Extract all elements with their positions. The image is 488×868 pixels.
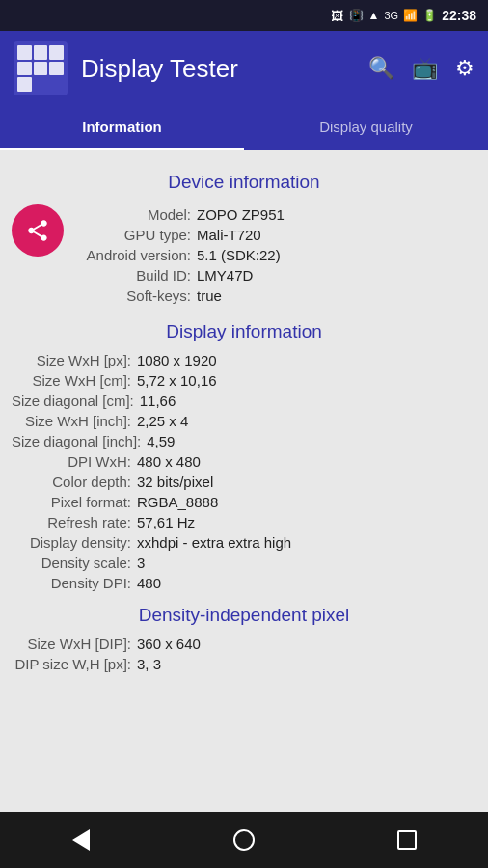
app-bar-icons: 🔍 📺 ⚙	[368, 56, 474, 81]
display-info-table: Size WxH [px]: 1080 x 1920 Size WxH [cm]…	[0, 350, 488, 593]
info-row-size-cm: Size WxH [cm]: 5,72 x 10,16	[12, 370, 476, 391]
tab-display-quality[interactable]: Display quality	[244, 106, 488, 150]
recents-button[interactable]	[383, 816, 431, 864]
share-button[interactable]	[12, 204, 64, 257]
info-row-diag-inch: Size diagonal [inch]: 4,59	[12, 431, 476, 451]
app-logo	[14, 41, 68, 95]
tabs: Information Display quality	[0, 106, 488, 150]
info-row-gpu: GPU type: Mali-T720	[71, 225, 476, 245]
info-row-dip-px: DIP size W,H [px]: 3, 3	[12, 654, 476, 674]
info-row-build: Build ID: LMY47D	[71, 265, 476, 285]
info-row-softkeys: Soft-keys: true	[71, 285, 476, 306]
signal-icon: 📶	[403, 9, 418, 22]
device-info-section: Model: ZOPO ZP951 GPU type: Mali-T720 An…	[0, 201, 488, 310]
info-row-density: Display density: xxhdpi - extra extra hi…	[12, 532, 476, 553]
logo-cell	[34, 77, 48, 92]
status-icon-image: 🖼	[331, 9, 343, 23]
info-row-dip-size: Size WxH [DIP]: 360 x 640	[12, 634, 476, 654]
device-info-title: Device information	[0, 172, 488, 193]
network-icon: 3G	[385, 10, 399, 21]
cast-icon[interactable]: 📺	[412, 56, 438, 81]
vibrate-icon: 📳	[349, 9, 364, 22]
tab-information[interactable]: Information	[0, 106, 244, 150]
info-row-density-dpi: Density DPI: 480	[12, 573, 476, 593]
bottom-nav	[0, 812, 488, 868]
info-row-color-depth: Color depth: 32 bits/pixel	[12, 472, 476, 492]
logo-cell	[34, 62, 48, 76]
info-row-pixel-format: Pixel format: RGBA_8888	[12, 492, 476, 512]
logo-cell	[49, 77, 64, 92]
info-row-android: Android version: 5.1 (SDK:22)	[71, 245, 476, 265]
dip-info-table: Size WxH [DIP]: 360 x 640 DIP size W,H […	[0, 634, 488, 674]
logo-cell	[17, 45, 32, 60]
search-icon[interactable]: 🔍	[368, 56, 394, 81]
app-bar: Display Tester 🔍 📺 ⚙	[0, 31, 488, 106]
logo-cell	[49, 45, 64, 60]
app-title: Display Tester	[81, 54, 355, 84]
device-info-table: Model: ZOPO ZP951 GPU type: Mali-T720 An…	[71, 204, 476, 306]
status-time: 22:38	[442, 8, 476, 23]
dip-info-title: Density-independent pixel	[0, 605, 488, 626]
content-area: Device information Model: ZOPO ZP951 GPU…	[0, 150, 488, 812]
back-button[interactable]	[57, 816, 105, 864]
home-icon	[233, 829, 255, 851]
info-row-refresh: Refresh rate: 57,61 Hz	[12, 512, 476, 532]
info-row-dpi: DPI WxH: 480 x 480	[12, 451, 476, 472]
logo-cell	[17, 62, 32, 76]
battery-icon: 🔋	[422, 9, 437, 22]
info-row-size-px: Size WxH [px]: 1080 x 1920	[12, 350, 476, 370]
status-bar: 🖼 📳 ▲ 3G 📶 🔋 22:38	[0, 0, 488, 31]
back-icon	[72, 829, 90, 851]
status-icons: 📳 ▲ 3G 📶 🔋 22:38	[349, 8, 476, 23]
wifi-icon: ▲	[368, 9, 380, 22]
recents-icon	[397, 830, 417, 850]
display-info-title: Display information	[0, 321, 488, 342]
info-row-model: Model: ZOPO ZP951	[71, 204, 476, 225]
logo-cell	[34, 45, 48, 60]
logo-cell	[49, 62, 64, 76]
info-row-diag-cm: Size diagonal [cm]: 11,66	[12, 391, 476, 411]
info-row-density-scale: Density scale: 3	[12, 553, 476, 573]
settings-icon[interactable]: ⚙	[455, 56, 474, 81]
logo-cell	[17, 77, 32, 92]
home-button[interactable]	[220, 816, 268, 864]
info-row-size-inch: Size WxH [inch]: 2,25 x 4	[12, 411, 476, 431]
